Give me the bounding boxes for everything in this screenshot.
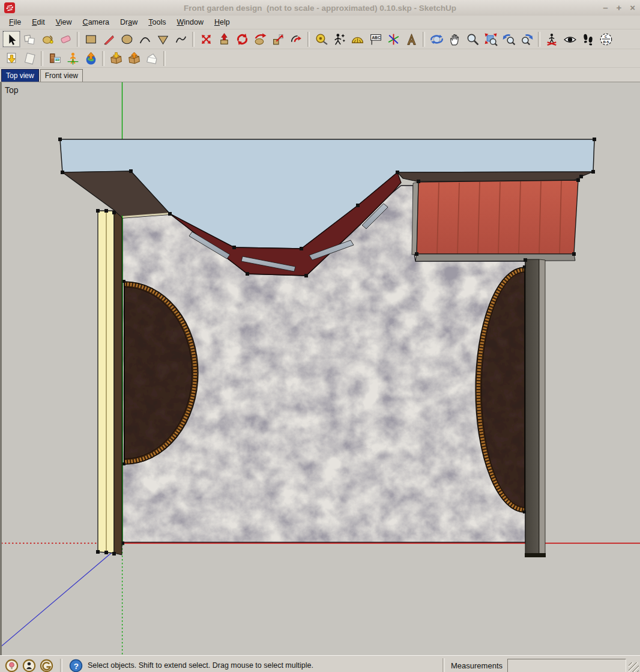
3d-text-tool-button[interactable] xyxy=(402,31,420,47)
get-models-icon xyxy=(109,52,123,65)
garage-roof[interactable] xyxy=(412,180,578,261)
push-pull-tool-button[interactable] xyxy=(215,31,233,47)
model-viewport[interactable]: Top xyxy=(0,82,640,655)
tape-measure-tool-button[interactable] xyxy=(312,31,330,47)
paint-bucket-tool-button[interactable] xyxy=(38,31,56,47)
get-models-tool-button[interactable] xyxy=(107,50,125,67)
google-earth-icon xyxy=(84,52,98,65)
move-tool-button[interactable] xyxy=(197,31,215,47)
line-icon xyxy=(102,32,116,46)
zoom-extents-icon xyxy=(484,32,498,46)
axes-icon xyxy=(387,32,400,46)
status-lightbulb-icon[interactable] xyxy=(5,659,19,672)
text-tool-button[interactable]: ABC xyxy=(366,31,384,47)
text-icon: ABC xyxy=(369,32,382,46)
protractor-tool-button[interactable] xyxy=(348,31,366,47)
menu-draw[interactable]: Draw xyxy=(115,17,143,28)
rectangle-icon xyxy=(84,32,98,46)
push-pull-icon xyxy=(217,32,231,46)
statusbar-separator xyxy=(442,658,445,672)
share-model-tool-button[interactable] xyxy=(125,50,143,67)
menu-file[interactable]: File xyxy=(4,17,26,28)
follow-me-tool-button[interactable] xyxy=(251,31,269,47)
tab-top-view[interactable]: Top view xyxy=(1,69,39,82)
previous-view-tool-button[interactable] xyxy=(500,31,518,47)
window-title: Front garden design (not to scale - appr… xyxy=(0,4,640,13)
orbit-tool-button[interactable] xyxy=(427,31,445,47)
next-view-tool-button[interactable] xyxy=(518,31,536,47)
menu-bar: FileEditViewCameraDrawToolsWindowHelp xyxy=(0,16,640,29)
make-component-tool-button[interactable] xyxy=(20,31,38,47)
rotate-tool-button[interactable] xyxy=(233,31,251,47)
toolbar-separator xyxy=(423,32,425,47)
freehand-tool-button[interactable] xyxy=(172,31,190,47)
scale-icon xyxy=(271,32,285,46)
minimize-button[interactable]: – xyxy=(603,0,608,16)
toolbar-separator xyxy=(60,659,62,672)
zoom-tool-button[interactable] xyxy=(463,31,482,47)
menu-help[interactable]: Help xyxy=(209,17,235,28)
google-earth-tool-button[interactable] xyxy=(82,50,100,67)
status-figure-icon[interactable] xyxy=(22,659,36,672)
dimensions-tool-button[interactable] xyxy=(330,31,348,47)
status-figure-icon xyxy=(22,659,36,672)
line-tool-button[interactable] xyxy=(100,31,118,47)
3d-text-icon xyxy=(405,32,418,46)
section-plane-tool-button[interactable]: CR-S xyxy=(597,31,615,47)
place-model-icon xyxy=(66,52,80,65)
arc-icon xyxy=(138,32,152,46)
secondary-toolbar xyxy=(0,49,640,68)
help-icon[interactable]: ? xyxy=(69,659,83,672)
roof-eave-right[interactable] xyxy=(397,172,593,181)
select-icon xyxy=(5,32,19,46)
scene-tabs: Top viewFront view xyxy=(0,68,640,82)
share-model-icon xyxy=(127,52,141,65)
resize-grip[interactable] xyxy=(629,662,639,672)
axes-tool-button[interactable] xyxy=(384,31,402,47)
scale-tool-button[interactable] xyxy=(269,31,287,47)
model-canvas[interactable]: Top xyxy=(0,82,640,655)
look-around-tool-button[interactable] xyxy=(561,31,579,47)
pan-icon xyxy=(448,32,462,46)
section-plane-icon: CR-S xyxy=(599,32,613,46)
close-button[interactable]: × xyxy=(630,0,635,16)
zoom-icon xyxy=(466,32,480,46)
select-tool-button[interactable] xyxy=(2,31,20,47)
rectangle-tool-button[interactable] xyxy=(82,31,100,47)
export-image-tool-button[interactable] xyxy=(2,50,20,67)
protractor-icon xyxy=(351,32,364,46)
circle-tool-button[interactable] xyxy=(118,31,136,47)
new-page-tool-button[interactable] xyxy=(20,50,38,67)
offset-tool-button[interactable] xyxy=(287,31,305,47)
polygon-tool-button[interactable] xyxy=(154,31,172,47)
toolbar-separator xyxy=(163,51,166,66)
tab-front-view[interactable]: Front view xyxy=(40,69,83,82)
menu-view[interactable]: View xyxy=(50,17,77,28)
menu-window[interactable]: Window xyxy=(171,17,208,28)
share-component-tool-button[interactable] xyxy=(143,50,161,67)
toolbar-separator xyxy=(41,51,43,66)
walk-tool-button[interactable] xyxy=(579,31,597,47)
menu-edit[interactable]: Edit xyxy=(26,17,50,28)
zoom-extents-tool-button[interactable] xyxy=(482,31,500,47)
next-view-icon xyxy=(520,32,534,46)
neighbour-wall[interactable] xyxy=(525,259,546,557)
menu-tools[interactable]: Tools xyxy=(143,17,171,28)
eraser-tool-button[interactable] xyxy=(56,31,74,47)
pan-tool-button[interactable] xyxy=(445,31,463,47)
arc-tool-button[interactable] xyxy=(136,31,154,47)
position-camera-tool-button[interactable] xyxy=(543,31,561,47)
status-bar: ? Select objects. Shift to extend select… xyxy=(0,655,640,672)
menu-camera[interactable]: Camera xyxy=(77,17,115,28)
place-model-tool-button[interactable] xyxy=(64,50,82,67)
svg-text:?: ? xyxy=(74,661,79,670)
svg-text:R-S: R-S xyxy=(603,40,609,43)
photo-match-tool-button[interactable] xyxy=(46,50,64,67)
svg-text:ABC: ABC xyxy=(372,35,381,40)
offset-icon xyxy=(289,32,303,46)
look-around-icon xyxy=(563,32,577,46)
maximize-button[interactable]: + xyxy=(616,0,621,16)
measurements-input[interactable] xyxy=(507,659,626,672)
fence[interactable] xyxy=(98,211,122,555)
status-attribution-icon[interactable] xyxy=(40,659,53,672)
